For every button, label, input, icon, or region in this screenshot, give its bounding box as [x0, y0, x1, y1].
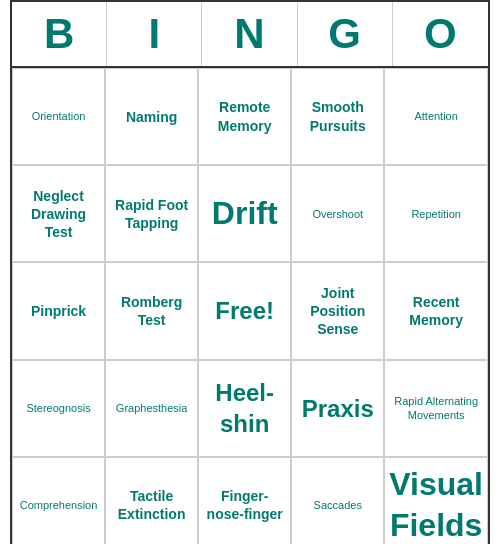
bingo-cell-0: Orientation: [12, 68, 105, 165]
cell-text-24: Visual Fields: [389, 464, 483, 544]
bingo-cell-13: Joint Position Sense: [291, 262, 384, 359]
bingo-cell-17: Heel-shin: [198, 360, 291, 457]
bingo-cell-21: Tactile Extinction: [105, 457, 198, 544]
cell-text-7: Drift: [212, 193, 278, 235]
bingo-cell-18: Praxis: [291, 360, 384, 457]
cell-text-20: Comprehension: [20, 498, 98, 512]
bingo-cell-20: Comprehension: [12, 457, 105, 544]
bingo-cell-1: Naming: [105, 68, 198, 165]
cell-text-18: Praxis: [302, 393, 374, 424]
cell-text-21: Tactile Extinction: [110, 487, 193, 523]
cell-text-5: Neglect Drawing Test: [17, 187, 100, 242]
cell-text-23: Saccades: [314, 498, 362, 512]
cell-text-3: Smooth Pursuits: [296, 98, 379, 134]
bingo-cell-19: Rapid Alternating Movements: [384, 360, 488, 457]
bingo-cell-16: Graphesthesia: [105, 360, 198, 457]
bingo-cell-23: Saccades: [291, 457, 384, 544]
bingo-cell-6: Rapid Foot Tapping: [105, 165, 198, 262]
bingo-letter-i: I: [107, 2, 202, 66]
bingo-cell-12: Free!: [198, 262, 291, 359]
bingo-cell-3: Smooth Pursuits: [291, 68, 384, 165]
bingo-cell-5: Neglect Drawing Test: [12, 165, 105, 262]
cell-text-19: Rapid Alternating Movements: [389, 394, 483, 423]
bingo-cell-22: Finger-nose-finger: [198, 457, 291, 544]
cell-text-14: Recent Memory: [389, 293, 483, 329]
bingo-cell-9: Repetition: [384, 165, 488, 262]
cell-text-8: Overshoot: [312, 207, 363, 221]
bingo-cell-15: Stereognosis: [12, 360, 105, 457]
cell-text-0: Orientation: [32, 109, 86, 123]
cell-text-15: Stereognosis: [26, 401, 90, 415]
cell-text-13: Joint Position Sense: [296, 284, 379, 339]
bingo-letter-n: N: [202, 2, 297, 66]
bingo-cell-8: Overshoot: [291, 165, 384, 262]
bingo-cell-11: Romberg Test: [105, 262, 198, 359]
bingo-letter-b: B: [12, 2, 107, 66]
bingo-grid: OrientationNamingRemote MemorySmooth Pur…: [12, 68, 488, 544]
bingo-letter-g: G: [298, 2, 393, 66]
bingo-cell-2: Remote Memory: [198, 68, 291, 165]
cell-text-6: Rapid Foot Tapping: [110, 196, 193, 232]
bingo-cell-7: Drift: [198, 165, 291, 262]
bingo-cell-24: Visual Fields: [384, 457, 488, 544]
cell-text-22: Finger-nose-finger: [203, 487, 286, 523]
cell-text-9: Repetition: [411, 207, 461, 221]
cell-text-1: Naming: [126, 108, 177, 126]
cell-text-10: Pinprick: [31, 302, 86, 320]
bingo-card: BINGO OrientationNamingRemote MemorySmoo…: [10, 0, 490, 544]
bingo-letter-o: O: [393, 2, 488, 66]
bingo-cell-4: Attention: [384, 68, 488, 165]
cell-text-2: Remote Memory: [203, 98, 286, 134]
bingo-cell-14: Recent Memory: [384, 262, 488, 359]
bingo-header: BINGO: [12, 2, 488, 68]
cell-text-17: Heel-shin: [203, 377, 286, 439]
cell-text-4: Attention: [414, 109, 457, 123]
bingo-cell-10: Pinprick: [12, 262, 105, 359]
cell-text-11: Romberg Test: [110, 293, 193, 329]
cell-text-12: Free!: [215, 295, 274, 326]
cell-text-16: Graphesthesia: [116, 401, 188, 415]
